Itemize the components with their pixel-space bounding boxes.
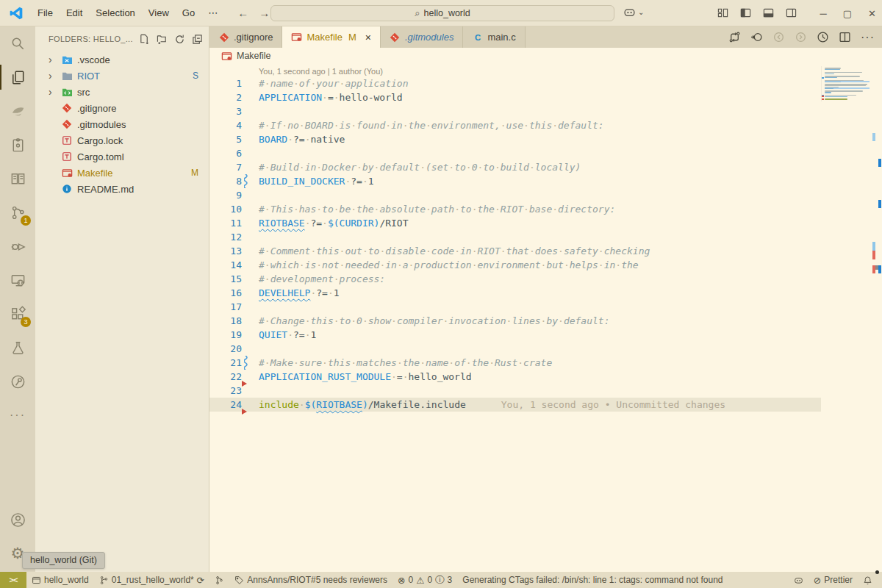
ctags-message[interactable]: Generating CTags failed: /bin/sh: line 1…	[457, 572, 728, 588]
extension-bird-icon[interactable]	[0, 94, 35, 128]
scm-graph-status-item[interactable]	[209, 572, 229, 588]
code-line-10[interactable]: 10#·This·has·to·be·the·absolute·path·to·…	[209, 202, 882, 216]
editor[interactable]: You, 1 second ago | 1 author (You) 1#·na…	[209, 64, 882, 572]
toggle-secondary-sidebar-icon[interactable]	[786, 7, 797, 18]
code-line-5[interactable]: 5BOARD·?=·native	[209, 132, 882, 146]
code-line-20[interactable]: 20	[209, 342, 882, 356]
code-line-4[interactable]: 4#·If·no·BOARD·is·found·in·the·environme…	[209, 118, 882, 132]
menu-[interactable]: ⋯	[201, 7, 224, 18]
code-line-16[interactable]: 16DEVELHELP·?=·1	[209, 286, 882, 300]
code-line-1[interactable]: 1#·name·of·your·application	[209, 76, 882, 90]
menu-file[interactable]: File	[31, 7, 60, 18]
prettier-status-item[interactable]: ⊘ Prettier	[808, 572, 858, 588]
undo-icon[interactable]	[750, 31, 763, 43]
menu-go[interactable]: Go	[176, 7, 201, 18]
code-line-8[interactable]: 8BUILD_IN_DOCKER·?=·1	[209, 174, 882, 188]
code-line-9[interactable]: 9	[209, 188, 882, 202]
toggle-sidebar-icon[interactable]	[740, 7, 751, 18]
next-change-icon[interactable]	[795, 31, 807, 43]
code-line-14[interactable]: 14#·which·is·not·needed·in·a·production·…	[209, 258, 882, 272]
file-history-clock-icon[interactable]	[817, 31, 829, 43]
tree-item--vscode[interactable]: ›.vscode	[35, 51, 209, 68]
minimap[interactable]	[821, 66, 870, 101]
tab-main-c[interactable]: Cmain.c	[463, 26, 525, 48]
remote-indicator[interactable]: ><	[0, 572, 26, 588]
tree-item-readme-md[interactable]: README.md	[35, 181, 209, 197]
pr-status-item[interactable]: AnnsAnns/RIOT#5 needs reviewers	[229, 572, 392, 588]
folders-section-title[interactable]: FOLDERS: HELLO_...	[49, 35, 139, 43]
gutter	[242, 300, 259, 314]
tab--gitmodules[interactable]: .gitmodules	[381, 26, 463, 48]
code-line-7[interactable]: 7#·Build·in·Docker·by·default·(set·to·0·…	[209, 160, 882, 174]
split-editor-icon[interactable]	[839, 31, 851, 43]
tree-item--gitignore[interactable]: .gitignore	[35, 100, 209, 116]
branch-status-item[interactable]: 01_rust_hello_world* ⟳	[94, 572, 210, 588]
code-line-6[interactable]: 6	[209, 146, 882, 160]
problems-status-item[interactable]: ⊗ 0 ⚠ 0 ⓘ 3	[392, 572, 457, 588]
code-line-17[interactable]: 17	[209, 300, 882, 314]
code-line-23[interactable]: 23	[209, 384, 882, 398]
codelens-blame[interactable]: You, 1 second ago | 1 author (You)	[259, 67, 882, 76]
more-actions-icon[interactable]: ···	[861, 31, 875, 44]
menu-selection[interactable]: Selection	[89, 7, 141, 18]
code-line-21[interactable]: 21#·Make·sure·this·matches·the·name·of·t…	[209, 356, 882, 370]
nav-back-icon[interactable]: ←	[237, 7, 248, 19]
code-line-12[interactable]: 12	[209, 230, 882, 244]
copilot-status-item[interactable]	[789, 572, 808, 588]
docs-book-icon[interactable]	[0, 162, 35, 196]
code-line-13[interactable]: 13#·Comment·this·out·to·disable·code·in·…	[209, 244, 882, 258]
menu-view[interactable]: View	[142, 7, 176, 18]
window-minimize-button[interactable]: ─	[820, 8, 827, 19]
tab-modified-badge: M	[348, 32, 356, 43]
testing-flask-icon[interactable]	[0, 331, 35, 365]
tab--gitignore[interactable]: .gitignore	[209, 26, 282, 48]
breadcrumb[interactable]: Makefile	[209, 48, 882, 64]
accounts-icon[interactable]	[0, 503, 35, 537]
code-line-11[interactable]: 11RIOTBASE·?=·$(CURDIR)/RIOT	[209, 216, 882, 230]
gitlens-compass-icon[interactable]	[0, 365, 35, 398]
code-line-18[interactable]: 18#·Change·this·to·0·show·compiler·invoc…	[209, 314, 882, 328]
file-name: README.md	[77, 184, 209, 195]
code-line-22[interactable]: 22APPLICATION_RUST_MODULE·=·hello_world	[209, 370, 882, 384]
customize-layout-icon[interactable]	[717, 7, 728, 18]
code-line-3[interactable]: 3	[209, 104, 882, 118]
notifications-status-item[interactable]	[858, 572, 878, 588]
project-clipboard-icon[interactable]	[0, 128, 35, 162]
open-changes-icon[interactable]	[728, 31, 741, 43]
code-line-19[interactable]: 19QUIET·?=·1	[209, 328, 882, 342]
code-line-24[interactable]: 24include·$(RIOTBASE)/Makefile.includeYo…	[209, 398, 882, 412]
tree-item-src[interactable]: ›src	[35, 84, 209, 100]
tree-item-riot[interactable]: ›RIOTS	[35, 68, 209, 84]
new-folder-icon[interactable]	[157, 34, 168, 45]
refresh-icon[interactable]	[174, 34, 185, 45]
tree-item-cargo-toml[interactable]: Cargo.toml	[35, 148, 209, 165]
search-view-icon[interactable]	[0, 26, 35, 60]
tab-makefile[interactable]: MakefileM×	[282, 26, 380, 48]
prev-change-icon[interactable]	[772, 31, 785, 43]
new-file-icon[interactable]	[139, 34, 150, 45]
extensions-view-icon[interactable]: 3	[0, 297, 35, 331]
workspace-status-item[interactable]: hello_world	[26, 572, 94, 588]
tree-item--gitmodules[interactable]: .gitmodules	[35, 116, 209, 132]
nav-forward-icon[interactable]: →	[259, 7, 270, 19]
more-views-icon[interactable]: ···	[0, 398, 35, 432]
run-debug-view-icon[interactable]	[0, 229, 35, 263]
menu-edit[interactable]: Edit	[60, 7, 89, 18]
search-input[interactable]: ⌕ hello_world	[270, 5, 614, 21]
window-maximize-button[interactable]: ▢	[843, 8, 852, 19]
toggle-panel-icon[interactable]	[763, 7, 774, 18]
overview-ruler[interactable]	[872, 64, 882, 572]
explorer-view-icon[interactable]	[0, 60, 35, 94]
remote-explorer-view-icon[interactable]	[0, 263, 35, 297]
code-line-15[interactable]: 15#·development·process:	[209, 272, 882, 286]
copilot-menu[interactable]: ⌄	[623, 6, 644, 18]
collapse-all-icon[interactable]	[192, 34, 203, 45]
tab-close-icon[interactable]: ×	[365, 32, 371, 43]
tree-item-cargo-lock[interactable]: Cargo.lock	[35, 132, 209, 148]
window-close-button[interactable]: ✕	[868, 8, 876, 19]
tree-item-makefile[interactable]: MakefileM	[35, 165, 209, 181]
breadcrumb-item-makefile[interactable]: Makefile	[237, 51, 271, 61]
source-control-view-icon[interactable]: 1	[0, 196, 35, 229]
code-line-2[interactable]: 2APPLICATION·=·hello-world	[209, 90, 882, 104]
line-number: 4	[209, 118, 242, 132]
